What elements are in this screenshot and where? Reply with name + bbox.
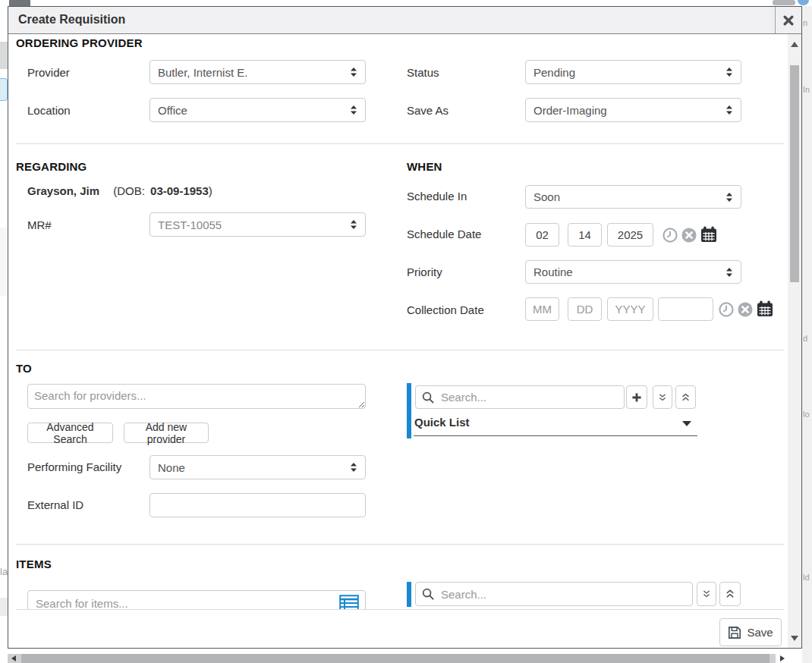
to-panel-collapse-all-button[interactable] xyxy=(675,385,696,409)
item-search-input[interactable] xyxy=(34,596,334,611)
schedule-in-label: Schedule In xyxy=(407,190,467,203)
chevrons-down-icon xyxy=(658,392,667,403)
provider-select[interactable]: Butler, Internist E. xyxy=(149,60,366,84)
save-button[interactable]: Save xyxy=(719,618,782,646)
schedule-date-year-input[interactable] xyxy=(607,223,653,247)
priority-select[interactable]: Routine xyxy=(525,260,741,284)
background-text-fragment: n xyxy=(803,18,807,27)
advanced-search-button[interactable]: Advanced Search xyxy=(27,423,113,443)
caret-updown-icon xyxy=(350,105,357,115)
dob-value: 03-09-1953 xyxy=(150,184,209,197)
collection-date-time-input[interactable] xyxy=(658,297,713,321)
to-panel-search-input[interactable] xyxy=(439,390,618,404)
background-block xyxy=(0,42,8,69)
caret-updown-icon xyxy=(350,67,357,77)
to-panel-search[interactable] xyxy=(415,385,625,409)
add-new-provider-button[interactable]: Add new provider xyxy=(124,423,209,443)
dialog-footer: Save xyxy=(8,609,788,648)
background-text-fragment: lo xyxy=(803,410,810,419)
caret-updown-icon xyxy=(725,67,733,77)
mr-label: MR# xyxy=(27,218,52,231)
items-panel-search[interactable] xyxy=(415,582,693,606)
vertical-scrollbar-thumb[interactable] xyxy=(790,65,799,282)
schedule-date-day-input[interactable] xyxy=(568,223,602,247)
save-as-label: Save As xyxy=(407,104,448,117)
section-divider xyxy=(16,350,784,350)
caret-updown-icon xyxy=(725,105,733,115)
performing-facility-select[interactable]: None xyxy=(149,455,366,479)
scroll-down-arrow[interactable] xyxy=(791,636,798,641)
to-heading: TO xyxy=(16,362,32,375)
collection-date-calendar-icon[interactable] xyxy=(757,300,773,317)
schedule-date-calendar-icon[interactable] xyxy=(700,226,717,243)
scroll-up-arrow[interactable] xyxy=(791,42,798,47)
priority-select-value: Routine xyxy=(533,266,725,278)
schedule-in-select[interactable]: Soon xyxy=(525,185,741,209)
horizontal-scrollbar-thumb[interactable] xyxy=(21,654,770,663)
collection-date-clock-icon[interactable] xyxy=(719,302,734,317)
create-requisition-dialog: Create Requisition ORDERING PROVIDER Pro… xyxy=(8,6,802,649)
collection-date-month-input[interactable] xyxy=(525,297,559,321)
dob-close: ) xyxy=(209,184,212,197)
background-text-fragment: d xyxy=(803,334,807,343)
horizontal-scrollbar[interactable] xyxy=(8,654,776,663)
schedule-date-month-input[interactable] xyxy=(525,223,559,247)
quick-list-caret-down-icon[interactable] xyxy=(682,421,691,426)
scroll-right-arrow[interactable] xyxy=(780,655,785,661)
add-provider-to-list-button[interactable] xyxy=(626,385,647,409)
vertical-scrollbar[interactable] xyxy=(788,34,801,648)
close-button[interactable] xyxy=(775,7,801,33)
schedule-date-label: Schedule Date xyxy=(407,228,481,240)
scroll-left-arrow[interactable] xyxy=(11,655,16,661)
when-heading: WHEN xyxy=(407,160,442,173)
provider-search-textarea[interactable] xyxy=(27,384,366,409)
quick-list-header[interactable]: Quick List xyxy=(414,416,470,429)
schedule-in-select-value: Soon xyxy=(533,190,725,203)
collection-date-label: Collection Date xyxy=(407,303,484,316)
collection-date-day-input[interactable] xyxy=(568,297,602,321)
caret-updown-icon xyxy=(725,267,733,278)
provider-label: Provider xyxy=(27,66,70,79)
location-label: Location xyxy=(27,104,71,117)
status-select[interactable]: Pending xyxy=(525,60,741,84)
save-button-label: Save xyxy=(747,626,773,639)
dialog-body: ORDERING PROVIDER Provider Butler, Inter… xyxy=(8,34,801,648)
status-label: Status xyxy=(407,66,439,79)
background-block xyxy=(0,228,8,296)
close-icon xyxy=(783,15,794,26)
background-pill-fragment xyxy=(773,0,795,5)
dialog-header: Create Requisition xyxy=(8,7,801,34)
collection-date-year-input[interactable] xyxy=(607,297,653,321)
chevrons-down-icon xyxy=(702,589,711,599)
items-panel-search-input[interactable] xyxy=(439,587,686,602)
mr-select[interactable]: TEST-10055 xyxy=(149,212,366,237)
save-as-select[interactable]: Order-Imaging xyxy=(525,98,741,122)
background-text-fragment: ld xyxy=(803,573,810,582)
save-as-select-value: Order-Imaging xyxy=(533,104,725,117)
status-select-value: Pending xyxy=(533,66,725,79)
external-id-label: External ID xyxy=(27,498,83,511)
dialog-title: Create Requisition xyxy=(8,7,775,33)
items-heading: ITEMS xyxy=(16,558,52,570)
to-panel-accent-bar xyxy=(407,383,411,438)
search-icon xyxy=(422,391,434,404)
items-panel-expand-all-button[interactable] xyxy=(697,582,716,606)
performing-facility-label: Performing Facility xyxy=(27,460,121,473)
items-panel-collapse-all-button[interactable] xyxy=(719,582,741,606)
to-panel-expand-all-button[interactable] xyxy=(653,385,672,409)
schedule-date-clear-icon[interactable] xyxy=(681,228,697,243)
patient-summary: Grayson, Jim (DOB: 03-09-1953) xyxy=(27,184,212,197)
background-right-strip: n In d lo ld xyxy=(802,6,812,663)
search-icon xyxy=(422,588,434,600)
external-id-input[interactable] xyxy=(149,493,366,517)
schedule-date-clock-icon[interactable] xyxy=(663,228,678,243)
location-select[interactable]: Office xyxy=(149,98,366,122)
location-select-value: Office xyxy=(158,104,350,117)
caret-updown-icon xyxy=(725,192,733,203)
section-divider xyxy=(16,544,784,545)
chevrons-up-icon xyxy=(681,392,691,403)
collection-date-clear-icon[interactable] xyxy=(738,302,753,317)
chevrons-up-icon xyxy=(725,589,735,599)
patient-name: Grayson, Jim xyxy=(27,184,99,197)
quick-list-underline xyxy=(414,435,697,436)
